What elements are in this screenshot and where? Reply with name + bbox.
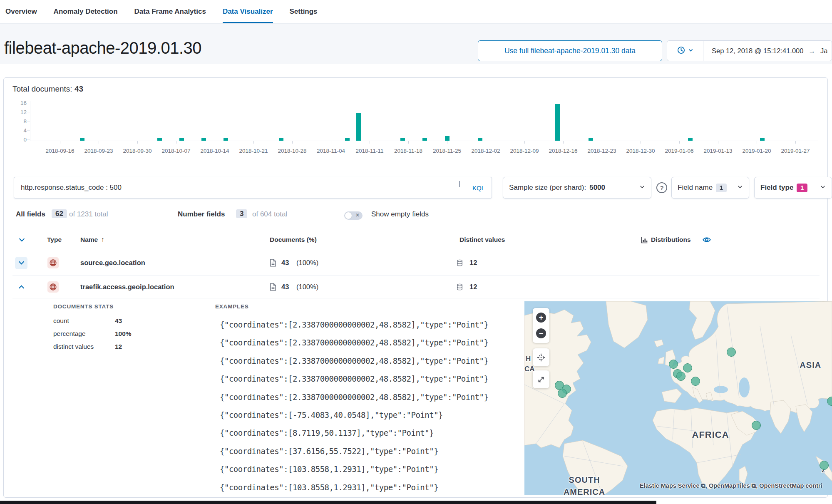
total-documents-label: Total documents: [12, 84, 72, 93]
document-count-bar [400, 138, 405, 141]
stat-label: distinct values [53, 343, 94, 350]
documents-icon [270, 251, 276, 275]
tab-overview[interactable]: Overview [5, 0, 37, 23]
field-name-filter[interactable]: Field name 1 [671, 177, 749, 199]
time-range-display[interactable]: Sep 12, 2018 @ 15:12:41.000 → Ja [703, 41, 827, 61]
x-tick-mark [602, 141, 602, 144]
kql-language-button[interactable]: KQL [472, 184, 492, 191]
documents-percent: (100%) [296, 276, 318, 298]
y-tick-mark [27, 121, 30, 122]
document-count-bar [279, 138, 283, 141]
column-header-name[interactable]: Name ↑ [80, 231, 104, 248]
field-type-count-badge: 1 [797, 184, 807, 192]
map-region-label: AMERICA [564, 487, 605, 495]
use-full-data-button[interactable]: Use full filebeat-apache-2019.01.30 data [478, 40, 662, 61]
collapse-row-chevron-icon[interactable] [15, 281, 27, 293]
map-fit-data-button[interactable] [533, 348, 549, 366]
search-query-text[interactable]: http.response.status_code : 500 [14, 184, 472, 192]
field-name: source.geo.location [80, 251, 145, 275]
time-range-start[interactable]: Sep 12, 2018 @ 15:12:41.000 [712, 47, 803, 55]
show-empty-fields-toggle[interactable]: ✕ [344, 211, 368, 220]
column-header-distributions: Distributions [651, 231, 691, 248]
distinct-values-icon [456, 251, 463, 275]
tab-settings[interactable]: Settings [290, 0, 318, 23]
row-expander-button[interactable] [15, 251, 27, 275]
stat-label: percentage [53, 330, 86, 338]
table-row[interactable]: traefik.access.geoip.location43(100%)12 [12, 276, 820, 298]
geo-point-globe-icon [47, 281, 59, 293]
time-range-end[interactable]: Ja [820, 47, 827, 55]
x-tick-mark [215, 141, 215, 144]
y-tick-mark [27, 112, 30, 112]
example-value: {"coordinates":[37.6156,55.7522],"type":… [220, 447, 438, 456]
chevron-down-icon [737, 184, 743, 192]
example-value: {"coordinates":[103.8558,1.2931],"type":… [220, 483, 438, 492]
document-count-bar [555, 104, 560, 141]
tab-data-visualizer[interactable]: Data Visualizer [223, 0, 273, 23]
y-axis-label: 16 [12, 100, 27, 106]
example-value: {"coordinates":[2.3387000000000002,48.85… [220, 356, 488, 365]
x-tick-mark [370, 141, 370, 144]
x-tick-mark [447, 141, 447, 144]
row-divider [12, 275, 820, 276]
example-value: {"coordinates":[2.3387000000000002,48.85… [220, 374, 488, 383]
number-fields-label: Number fields [178, 210, 225, 218]
x-tick-mark [757, 141, 757, 144]
documents-stats-title: DOCUMENTS STATS [53, 303, 114, 310]
field-type-filter[interactable]: Field type 1 [754, 177, 832, 199]
column-header-distinct-values: Distinct values [459, 231, 505, 248]
x-tick-mark [99, 141, 99, 144]
top-nav: OverviewAnomaly DetectionData Frame Anal… [0, 0, 832, 24]
table-row[interactable]: source.geo.location43(100%)12 [12, 251, 820, 275]
document-count-bar [179, 138, 184, 141]
chevron-down-icon [820, 184, 826, 192]
crosshair-icon [536, 353, 546, 362]
geo-point-dot [676, 372, 685, 381]
stat-value: 100% [115, 330, 132, 338]
documents-percent: (100%) [296, 251, 318, 275]
document-count-bar [224, 138, 228, 141]
tab-anomaly-detection[interactable]: Anomaly Detection [54, 0, 118, 23]
show-empty-fields-label: Show empty fields [371, 210, 429, 218]
geo-point-dot [669, 360, 678, 369]
row-divider [12, 298, 820, 298]
document-count-bar [345, 138, 350, 141]
horizontal-scrollbar[interactable] [0, 501, 656, 504]
document-count-bar [80, 138, 84, 141]
geo-point-map[interactable]: + − ASIAAFRICASOUTHAMERICAHCAz Elastic M… [524, 301, 832, 495]
quick-select-button[interactable] [667, 41, 703, 61]
all-fields-count-badge: 62 [52, 209, 67, 218]
documents-count: 43 [281, 276, 289, 298]
x-tick-mark [718, 141, 718, 144]
map-zoom-controls[interactable]: + − [533, 308, 549, 343]
map-attribution[interactable]: Elastic Maps Service ⧉, OpenMapTiles ⧉, … [640, 482, 822, 489]
map-label-fragment: CA [524, 365, 535, 373]
number-fields-count-badge: 3 [236, 209, 247, 218]
world-map-svg [524, 301, 832, 495]
documents-count: 43 [281, 251, 289, 275]
field-type-icon [47, 276, 59, 298]
document-count-bar [445, 136, 450, 141]
y-axis-line [30, 101, 30, 141]
page-title: filebeat-apache-2019.01.30 [4, 39, 201, 57]
map-zoom-in-button[interactable]: + [536, 313, 546, 323]
map-zoom-out-button[interactable]: − [536, 328, 546, 338]
sample-size-select[interactable]: Sample size (per shard): 5000 [503, 177, 651, 199]
map-expand-button[interactable] [533, 370, 549, 388]
page-bottom-divider [0, 498, 832, 498]
total-documents-value: 43 [75, 84, 83, 93]
x-tick-mark [253, 141, 254, 144]
help-icon[interactable]: ? [656, 182, 667, 193]
tab-data-frame-analytics[interactable]: Data Frame Analytics [134, 0, 206, 23]
eye-icon[interactable] [703, 231, 711, 248]
x-tick-mark [137, 141, 138, 144]
distinct-values-icon [456, 276, 463, 298]
geo-point-dot [752, 421, 761, 430]
clock-icon [677, 46, 685, 56]
expand-row-chevron-icon[interactable] [15, 257, 27, 269]
document-count-bar [589, 138, 593, 141]
row-expander-button[interactable] [15, 276, 27, 298]
collapse-all-chevron-icon[interactable] [18, 231, 25, 248]
kql-search-bar[interactable]: http.response.status_code : 500 KQL [14, 177, 492, 199]
map-region-label: ASIA [800, 360, 821, 370]
